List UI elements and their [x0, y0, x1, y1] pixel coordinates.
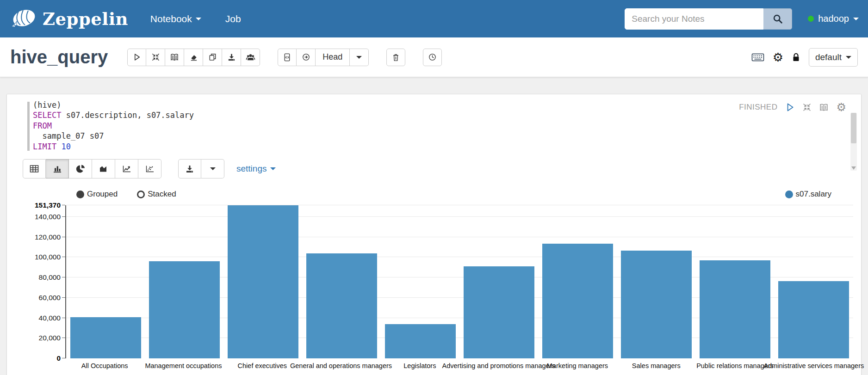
- chart-type-scatter[interactable]: [138, 159, 161, 178]
- head-select-caret-button[interactable]: [350, 49, 369, 66]
- chart-mode-row: Grouped Stacked s07.salary: [76, 189, 833, 200]
- scheduler-button[interactable]: [423, 49, 442, 66]
- chevron-down-icon: [853, 18, 859, 20]
- x-axis-label: Administrative services managers: [763, 362, 864, 369]
- play-icon: [132, 53, 141, 61]
- legend-series-salary[interactable]: s07.salary: [785, 190, 831, 199]
- collapse-button[interactable]: [146, 49, 165, 66]
- y-tick: [62, 358, 65, 358]
- legend-dot-icon: [785, 191, 793, 198]
- clone-note-button[interactable]: [203, 49, 222, 66]
- editor-gutter: [27, 102, 30, 151]
- interpreter-binding-button[interactable]: default: [809, 48, 858, 67]
- navbar: Zeppelin Notebook Job hadoop: [0, 0, 868, 37]
- search-input[interactable]: [625, 8, 763, 30]
- chart-type-area[interactable]: [92, 159, 115, 178]
- y-gridline-max: [66, 205, 853, 205]
- bar-5[interactable]: [385, 324, 456, 358]
- chevron-down-icon: [270, 167, 276, 170]
- user-menu[interactable]: hadoop: [808, 13, 859, 24]
- x-axis-label: Chief executives: [238, 362, 287, 369]
- search-icon: [772, 13, 783, 25]
- bar-7[interactable]: [542, 244, 613, 358]
- editor-scrollbar[interactable]: [850, 113, 857, 171]
- x-axis-label: Sales managers: [632, 362, 681, 369]
- x-axis-label: Legislators: [403, 362, 436, 369]
- scroll-down-arrow[interactable]: [851, 166, 856, 170]
- search-bar: [625, 8, 792, 30]
- y-tick: [62, 237, 65, 237]
- download-icon: [227, 53, 236, 61]
- y-tick: [62, 297, 65, 298]
- settings-toggle[interactable]: settings: [236, 164, 276, 174]
- y-tick: [62, 277, 65, 277]
- page-title[interactable]: hive_query: [10, 47, 108, 68]
- radio-unselected-icon: [137, 191, 145, 198]
- chart-type-table[interactable]: [23, 159, 46, 178]
- user-name: hadoop: [818, 13, 849, 24]
- bar-1[interactable]: [70, 317, 141, 358]
- y-tick-label: 60,000: [39, 294, 61, 302]
- scheduler-group: [423, 49, 442, 66]
- grouped-toggle[interactable]: Grouped: [76, 190, 118, 199]
- note-page: FINISHED ⚙ (hive)SELECT s07.description: [0, 77, 868, 375]
- chart-type-bar[interactable]: [46, 159, 69, 178]
- download-caret-button[interactable]: [201, 159, 224, 178]
- bar-9[interactable]: [700, 260, 770, 358]
- y-gridline: [66, 237, 853, 237]
- y-gridline: [66, 216, 853, 217]
- code-line: sample_07 s07: [26, 131, 861, 141]
- output-only-button[interactable]: [297, 49, 316, 66]
- radio-selected-icon: [76, 191, 84, 198]
- x-axis-label: Marketing managers: [547, 362, 608, 369]
- trash-icon: [391, 53, 400, 62]
- y-tick: [62, 205, 65, 205]
- note-right-tools: ⚙ default: [751, 48, 858, 67]
- nav-notebook[interactable]: Notebook: [150, 13, 201, 25]
- brand[interactable]: Zeppelin: [9, 7, 128, 31]
- head-select-value: Head: [320, 52, 345, 62]
- interpreter-binding-value: default: [815, 52, 842, 62]
- y-tick: [62, 216, 65, 217]
- run-all-button[interactable]: [127, 49, 146, 66]
- nav-job[interactable]: Job: [225, 13, 241, 25]
- bar-4[interactable]: [306, 253, 377, 358]
- delete-note-button[interactable]: [386, 49, 405, 66]
- code-file-icon: [283, 53, 291, 62]
- y-tick: [62, 338, 65, 338]
- search-button[interactable]: [763, 8, 792, 30]
- stacked-toggle[interactable]: Stacked: [137, 190, 176, 199]
- y-tick: [62, 318, 65, 318]
- chevron-down-icon: [196, 18, 201, 20]
- bar-8[interactable]: [621, 251, 692, 359]
- chart-type-pie[interactable]: [69, 159, 92, 178]
- bar-10[interactable]: [778, 281, 849, 358]
- bar-6[interactable]: [464, 266, 534, 358]
- interpreter-gear-button[interactable]: ⚙: [773, 51, 783, 63]
- bar-2[interactable]: [149, 261, 220, 358]
- x-axis-labels: All OccupationsManagement occupationsChi…: [65, 361, 853, 375]
- x-axis-label: Advertising and promotions managers: [442, 362, 555, 369]
- y-max-label: 151,370: [35, 201, 61, 209]
- chevron-down-icon: [846, 56, 851, 59]
- y-gridline: [66, 257, 853, 257]
- show-code-button[interactable]: [165, 49, 184, 66]
- delete-group: [386, 49, 405, 66]
- chart-type-line[interactable]: [115, 159, 138, 178]
- chevron-down-icon: [356, 56, 362, 59]
- clear-output-button[interactable]: [184, 49, 203, 66]
- code-view-button[interactable]: [278, 49, 297, 66]
- font-size-select[interactable]: Head: [316, 49, 350, 66]
- permissions-button[interactable]: [241, 49, 260, 66]
- x-axis-label: Management occupations: [145, 362, 222, 369]
- chevron-down-icon: [210, 167, 216, 170]
- code-line: LIMIT 10: [26, 141, 861, 152]
- bar-3[interactable]: [228, 205, 298, 358]
- lock-icon[interactable]: [792, 52, 800, 62]
- scrollbar-thumb[interactable]: [851, 113, 856, 143]
- code-editor[interactable]: (hive)SELECT s07.description, s07.salary…: [7, 97, 861, 155]
- keyboard-shortcuts-button[interactable]: [751, 53, 764, 62]
- export-note-button[interactable]: [222, 49, 241, 66]
- download-result-button[interactable]: [178, 159, 201, 178]
- circle-arrow-icon: [302, 53, 310, 61]
